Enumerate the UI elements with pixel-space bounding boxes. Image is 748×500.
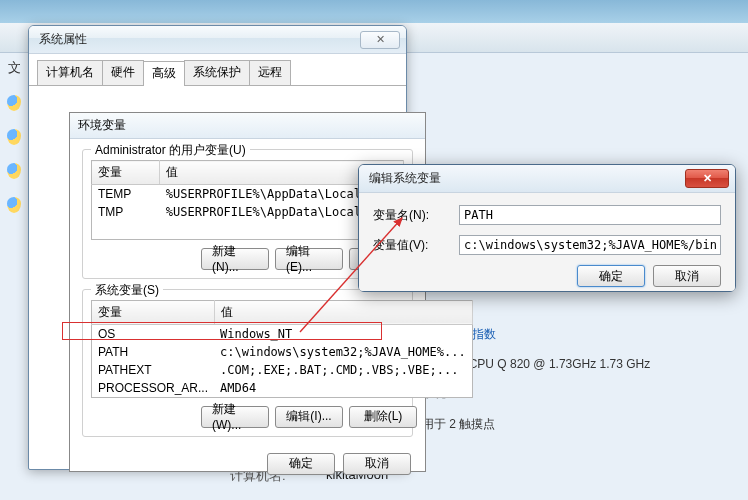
editvar-titlebar[interactable]: 编辑系统变量 ✕ bbox=[359, 165, 735, 193]
close-button[interactable]: ✕ bbox=[685, 169, 729, 188]
delete-sys-var-button[interactable]: 删除(L) bbox=[349, 406, 417, 428]
new-sys-var-button[interactable]: 新建(W)... bbox=[201, 406, 269, 428]
editvar-cancel-button[interactable]: 取消 bbox=[653, 265, 721, 287]
tab-computer-name[interactable]: 计算机名 bbox=[37, 60, 103, 85]
table-row[interactable]: OS Windows_NT bbox=[92, 324, 473, 343]
system-properties-title: 系统属性 bbox=[35, 31, 360, 48]
env-cancel-button[interactable]: 取消 bbox=[343, 453, 411, 475]
table-row[interactable]: PATHEXT .COM;.EXE;.BAT;.CMD;.VBS;.VBE;..… bbox=[92, 361, 473, 379]
col-val[interactable]: 值 bbox=[214, 300, 472, 324]
close-button[interactable]: ✕ bbox=[360, 31, 400, 49]
var-value-label: 变量值(V): bbox=[373, 237, 451, 254]
env-titlebar[interactable]: 环境变量 bbox=[70, 113, 425, 139]
table-row[interactable]: TEMP %USERPROFILE%\AppData\Local\Temp bbox=[92, 185, 404, 204]
tab-advanced[interactable]: 高级 bbox=[143, 61, 185, 86]
system-properties-titlebar[interactable]: 系统属性 ✕ bbox=[29, 26, 406, 54]
editvar-title: 编辑系统变量 bbox=[365, 170, 685, 187]
tab-system-protection[interactable]: 系统保护 bbox=[184, 60, 250, 85]
shield-icon bbox=[7, 163, 21, 179]
var-value-input[interactable] bbox=[459, 235, 721, 255]
col-var[interactable]: 变量 bbox=[92, 300, 215, 324]
close-icon: ✕ bbox=[376, 33, 385, 46]
shield-icon bbox=[7, 95, 21, 111]
edit-system-variable-dialog: 编辑系统变量 ✕ 变量名(N): 变量值(V): 确定 取消 bbox=[358, 164, 736, 292]
var-name-input[interactable] bbox=[459, 205, 721, 225]
edit-sys-var-button[interactable]: 编辑(I)... bbox=[275, 406, 343, 428]
shield-icon bbox=[7, 197, 21, 213]
touch-info: 可用于 2 触摸点 bbox=[410, 416, 740, 433]
close-icon: ✕ bbox=[703, 172, 712, 185]
system-variables-legend: 系统变量(S) bbox=[91, 282, 163, 299]
sysprop-tabs: 计算机名 硬件 高级 系统保护 远程 bbox=[29, 54, 406, 86]
system-variables-table[interactable]: 变量 值 OS Windows_NT PATH c:\windows\syste… bbox=[91, 300, 473, 398]
file-menu-truncated: 文 bbox=[8, 59, 21, 77]
table-row[interactable]: TMP %USERPROFILE%\AppData\Local\Temp bbox=[92, 203, 404, 221]
tab-hardware[interactable]: 硬件 bbox=[102, 60, 144, 85]
shield-icon bbox=[7, 129, 21, 145]
edit-user-var-button[interactable]: 编辑(E)... bbox=[275, 248, 343, 270]
env-ok-button[interactable]: 确定 bbox=[267, 453, 335, 475]
var-name-label: 变量名(N): bbox=[373, 207, 451, 224]
table-row-path[interactable]: PATH c:\windows\system32;%JAVA_HOME%... bbox=[92, 343, 473, 361]
env-title: 环境变量 bbox=[78, 117, 126, 134]
user-variables-legend: Administrator 的用户变量(U) bbox=[91, 142, 250, 159]
system-properties-dialog: 系统属性 ✕ 计算机名 硬件 高级 系统保护 远程 环境变量 Administr… bbox=[28, 25, 407, 470]
system-variables-group: 系统变量(S) 变量 值 OS Windows_NT PATH c:\windo… bbox=[82, 289, 413, 437]
editvar-ok-button[interactable]: 确定 bbox=[577, 265, 645, 287]
tab-remote[interactable]: 远程 bbox=[249, 60, 291, 85]
col-var[interactable]: 变量 bbox=[92, 161, 160, 185]
new-user-var-button[interactable]: 新建(N)... bbox=[201, 248, 269, 270]
table-row[interactable]: PROCESSOR_AR... AMD64 bbox=[92, 379, 473, 398]
